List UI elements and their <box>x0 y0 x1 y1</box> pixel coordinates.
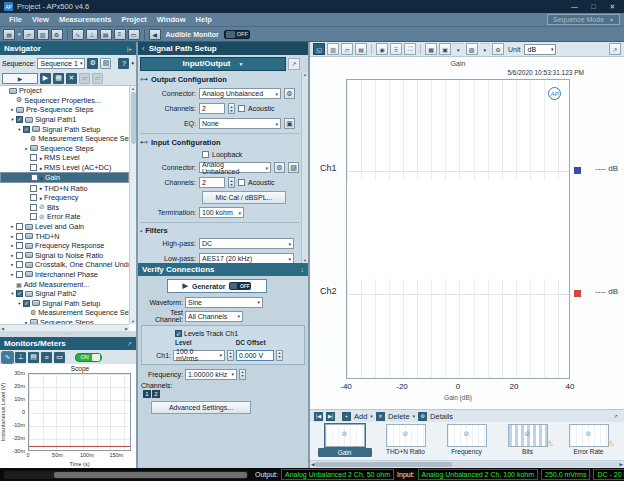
maximize-button[interactable]: □ <box>586 3 601 10</box>
add-result-label[interactable]: Add <box>354 412 367 421</box>
collapse-arrow-icon[interactable]: ▾ <box>9 291 16 296</box>
save-project-icon[interactable]: ▥ <box>37 29 49 40</box>
dc-offset-stepper[interactable]: ▲▼ <box>276 350 283 361</box>
output-connector-select[interactable]: Analog Unbalanced ▾ <box>199 88 281 99</box>
tree-item-error-rate[interactable]: ⊘Error Rate <box>0 212 129 222</box>
copy-graph-icon[interactable]: ▱ <box>341 43 353 55</box>
generator-button[interactable]: ▶ Generator OFF <box>167 279 267 293</box>
tree-checkbox[interactable]: ✓ <box>23 126 30 133</box>
tree-item-add-measurement[interactable]: ▦Add Measurement... <box>0 279 129 289</box>
close-button[interactable]: ✕ <box>605 3 620 11</box>
tree-item-project[interactable]: Project <box>0 86 129 96</box>
tree-item-crosstalk-one-channel-undriven[interactable]: ▸Crosstalk, One Channel Undriven <box>0 260 129 270</box>
undock-panel-icon[interactable]: ↗ <box>288 58 300 70</box>
expand-arrow-icon[interactable]: ▸ <box>9 272 16 277</box>
input-channels-stepper[interactable]: ▲▼ <box>228 177 235 188</box>
tree-item-thd-n-ratio[interactable]: ●THD+N Ratio <box>0 183 129 193</box>
data-meter-icon[interactable]: ▭ <box>54 352 65 363</box>
tree-item-gain[interactable]: ●Gain <box>0 172 129 183</box>
levels-track-checkbox[interactable]: ✓ <box>175 330 182 337</box>
acoustic-checkbox[interactable] <box>238 179 245 186</box>
add-result-icon[interactable]: + <box>342 412 351 421</box>
new-project-icon[interactable]: ▤ <box>3 29 15 40</box>
delete-dropdown-icon[interactable]: ▾ <box>413 413 416 419</box>
tree-item-sequencer-properties[interactable]: ⚙Sequencer Properties... <box>0 96 129 106</box>
tree-item-signal-path2[interactable]: ▾✓Signal Path2 <box>0 289 129 299</box>
input-connector-settings-icon[interactable]: ⚙ <box>274 162 285 173</box>
delete-result-label[interactable]: Delete <box>388 412 410 421</box>
scrollbar-thumb[interactable] <box>131 92 136 144</box>
output-eq-select[interactable]: None ▾ <box>199 118 281 129</box>
tree-checkbox[interactable] <box>30 194 37 201</box>
scroll-left-icon[interactable]: ◀ <box>311 462 314 467</box>
thumbnail-bits[interactable]: ⊘⚠Bits <box>499 424 556 455</box>
channel-2-button[interactable]: 2 <box>152 390 160 398</box>
details-label[interactable]: Details <box>430 412 453 421</box>
save-graph-icon[interactable]: ▥ <box>327 43 339 55</box>
highpass-select[interactable]: DC ▾ <box>199 238 294 249</box>
thumbnail-gain[interactable]: ⊘Gain <box>316 424 373 457</box>
ch1-level-stepper[interactable]: ▲▼ <box>227 350 234 361</box>
popout-graph-icon[interactable]: ↗ <box>609 43 621 55</box>
collapse-arrow-icon[interactable]: ▾ <box>16 301 23 306</box>
acoustic-checkbox[interactable] <box>238 105 245 112</box>
tree-item-interchannel-phase[interactable]: ▸Interchannel Phase <box>0 270 129 280</box>
zoom-selection-icon[interactable]: ⠿ <box>390 43 402 55</box>
popout-icon[interactable]: ↗ <box>127 340 132 347</box>
thumbnail-thd-n-ratio[interactable]: ⊘THD+N Ratio <box>377 424 434 455</box>
tree-item-sequence-steps[interactable]: ▸Sequence Steps <box>0 144 129 154</box>
expand-arrow-icon[interactable]: ▸ <box>23 146 30 151</box>
input-connector-extra-icon[interactable]: ▨ <box>288 162 299 173</box>
scroll-right-icon[interactable]: ▶ <box>620 462 623 467</box>
ch1-level-select[interactable]: 100.0 mVrms ▾ <box>173 350 225 361</box>
signal-monitor-icon[interactable]: ∿ <box>72 29 84 40</box>
tree-item-rms-level-ac-dc[interactable]: ●RMS Level (AC+DC) <box>0 163 129 173</box>
scroll-up-icon[interactable]: ▲ <box>131 86 135 91</box>
help-button[interactable]: ? <box>118 58 129 69</box>
tree-item-bits[interactable]: ⊘Bits <box>0 203 129 213</box>
export-strip-icon[interactable]: ↗ <box>611 412 620 421</box>
clear-icon[interactable]: ✕ <box>66 73 77 84</box>
report-icon[interactable]: ▦ <box>53 73 64 84</box>
scroll-right-icon[interactable]: ▶ <box>125 326 128 331</box>
last-result-icon[interactable]: ▶| <box>326 412 335 421</box>
level-monitor-icon[interactable]: ⊥ <box>15 352 26 363</box>
input-connector-select[interactable]: Analog Unbalanced ▾ <box>199 162 271 173</box>
first-result-icon[interactable]: |◀ <box>314 412 323 421</box>
expand-arrow-icon[interactable]: ▸ <box>9 234 16 239</box>
unit-select[interactable]: dB ▾ <box>524 44 556 55</box>
tree-item-frequency[interactable]: ●Frequency <box>0 193 129 203</box>
expand-arrow-icon[interactable]: ▸ <box>9 107 16 112</box>
generator-toggle[interactable]: OFF <box>229 282 251 290</box>
tree-item-signal-path-setup[interactable]: ▾✓Signal Path Setup <box>0 298 129 308</box>
tree-vertical-scrollbar[interactable]: ▲ ▼ <box>129 86 136 324</box>
sequence-options-icon[interactable]: ▧ <box>100 58 111 69</box>
output-channels-stepper[interactable]: ▲▼ <box>228 103 235 114</box>
add-dropdown-icon[interactable]: ▾ <box>370 413 373 419</box>
mic-cal-button[interactable]: Mic Cal / dBSPL... <box>202 191 286 204</box>
termination-select[interactable]: 100 kohm ▾ <box>199 207 244 218</box>
details-icon[interactable]: ⚙ <box>418 412 427 421</box>
settings-gear-icon[interactable]: ⚙ <box>51 29 63 40</box>
tree-item-pre-sequence-steps[interactable]: ▸Pre-Sequence Steps <box>0 105 129 115</box>
tree-checkbox[interactable] <box>16 261 23 268</box>
tree-item-rms-level[interactable]: ●RMS Level <box>0 153 129 163</box>
delete-result-icon[interactable]: ✕ <box>376 412 385 421</box>
tree-checkbox[interactable] <box>30 204 37 211</box>
output-channels-input[interactable]: 2 <box>199 103 225 114</box>
thumbnail-error-rate[interactable]: ⊘⚠Error Rate <box>560 424 617 455</box>
cursors-dropdown-icon[interactable]: ▾ <box>453 43 464 56</box>
thumbnails-scrollbar[interactable]: ◀ ▶ <box>310 460 624 468</box>
expand-arrow-icon[interactable]: ▸ <box>9 243 16 248</box>
bar-meter-icon[interactable]: ▤ <box>28 352 39 363</box>
new-project-dropdown-icon[interactable]: ▾ <box>18 31 21 37</box>
scope-monitor-icon[interactable]: ∿ <box>2 352 13 363</box>
expand-arrow-icon[interactable]: ▸ <box>9 224 16 229</box>
tree-checkbox[interactable] <box>16 252 23 259</box>
tree-checkbox[interactable] <box>31 174 38 181</box>
output-eq-settings-icon[interactable]: ▣ <box>284 118 295 129</box>
back-chevron-icon[interactable]: ‹ <box>142 44 145 53</box>
tree-checkbox[interactable]: ✓ <box>16 116 23 123</box>
run-step-icon[interactable]: ▶ <box>40 73 51 84</box>
tree-item-signal-path1[interactable]: ▾✓Signal Path1 <box>0 115 129 125</box>
